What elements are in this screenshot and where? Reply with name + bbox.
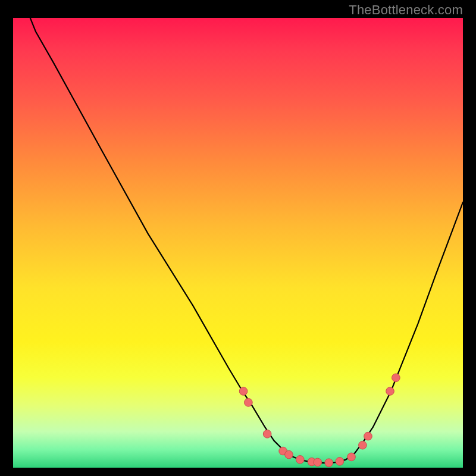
chart-overlay bbox=[13, 18, 463, 468]
data-point bbox=[285, 450, 293, 459]
data-point bbox=[314, 458, 322, 466]
data-point bbox=[347, 453, 356, 461]
data-point bbox=[392, 374, 400, 382]
data-point bbox=[296, 456, 305, 464]
attribution-text: TheBottleneck.com bbox=[349, 2, 463, 18]
data-point bbox=[239, 387, 248, 396]
data-point bbox=[263, 430, 271, 439]
data-point bbox=[359, 441, 367, 449]
data-point bbox=[336, 458, 344, 466]
data-point bbox=[325, 459, 333, 467]
chart-stage: TheBottleneck.com bbox=[0, 0, 476, 476]
data-point bbox=[364, 432, 372, 440]
data-point bbox=[386, 387, 394, 396]
data-point bbox=[245, 399, 253, 407]
